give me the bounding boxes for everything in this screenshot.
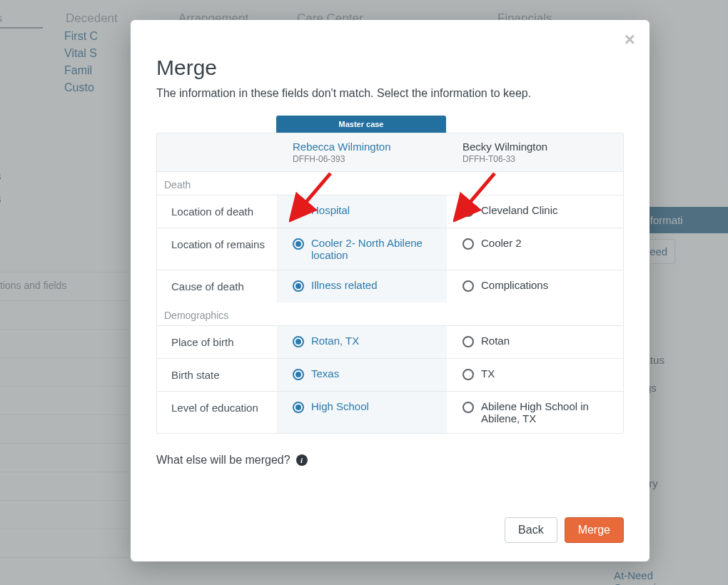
- option-text: TX: [481, 367, 495, 380]
- radio-icon: [293, 336, 304, 347]
- row-label: Place of birth: [157, 326, 277, 358]
- merge-row: Birth stateTexasTX: [157, 358, 623, 391]
- option-other[interactable]: TX: [447, 359, 623, 391]
- modal-subtitle: The information in these fields don't ma…: [156, 87, 624, 100]
- option-master[interactable]: Illness related: [277, 270, 447, 302]
- radio-icon: [462, 402, 474, 413]
- group-header: Death: [157, 172, 623, 195]
- option-master[interactable]: Rotan, TX: [277, 326, 447, 358]
- col-name: Becky Wilmington: [462, 141, 607, 153]
- what-else-label: What else will be merged?: [156, 454, 290, 467]
- merge-grid: Rebecca Wilmington DFFH-06-393 Becky Wil…: [156, 133, 624, 434]
- option-other[interactable]: Complications: [447, 270, 623, 302]
- radio-icon: [462, 336, 474, 347]
- option-other[interactable]: Cleveland Clinic: [447, 195, 623, 228]
- option-text: High School: [311, 400, 369, 412]
- radio-icon: [462, 238, 474, 250]
- merge-modal: × Merge The information in these fields …: [131, 20, 649, 561]
- modal-footer: Back Merge: [131, 517, 649, 561]
- radio-icon: [293, 238, 304, 250]
- close-icon[interactable]: ×: [625, 30, 635, 49]
- radio-icon: [462, 280, 474, 292]
- row-label: Location of remains: [157, 228, 277, 270]
- radio-icon: [293, 280, 304, 292]
- merge-row: Location of remainsCooler 2- North Abile…: [157, 228, 623, 270]
- merge-row: Location of deathHospitalCleveland Clini…: [157, 195, 623, 228]
- radio-icon: [462, 205, 474, 217]
- row-label: Birth state: [157, 359, 277, 391]
- row-label: Level of education: [157, 392, 277, 433]
- option-other[interactable]: Abilene High School in Abilene, TX: [447, 392, 623, 433]
- option-text: Cleveland Clinic: [481, 204, 558, 216]
- col-id: DFFH-06-393: [293, 154, 431, 164]
- col-id: DFFH-T06-33: [462, 154, 607, 164]
- option-other[interactable]: Rotan: [447, 326, 623, 358]
- option-text: Cooler 2- North Abilene location: [311, 237, 434, 261]
- option-text: Complications: [481, 279, 548, 291]
- merge-row: Cause of deathIllness relatedComplicatio…: [157, 270, 623, 302]
- what-else-merged[interactable]: What else will be merged? i: [156, 454, 624, 467]
- option-master[interactable]: Hospital: [277, 195, 447, 228]
- option-text: Abilene High School in Abilene, TX: [481, 400, 610, 424]
- row-label: Cause of death: [157, 270, 277, 302]
- radio-icon: [293, 369, 304, 380]
- option-text: Illness related: [311, 279, 378, 291]
- radio-icon: [293, 402, 304, 413]
- option-text: Cooler 2: [481, 237, 522, 249]
- radio-icon: [462, 369, 474, 380]
- column-master[interactable]: Rebecca Wilmington DFFH-06-393: [277, 133, 447, 171]
- option-text: Rotan: [481, 335, 510, 347]
- merge-row: Level of educationHigh SchoolAbilene Hig…: [157, 391, 623, 433]
- column-other[interactable]: Becky Wilmington DFFH-T06-33: [447, 133, 623, 171]
- option-master[interactable]: High School: [277, 392, 447, 433]
- option-text: Rotan, TX: [311, 335, 359, 347]
- col-name: Rebecca Wilmington: [293, 141, 431, 153]
- merge-button[interactable]: Merge: [565, 517, 624, 543]
- modal-title: Merge: [156, 56, 624, 80]
- option-other[interactable]: Cooler 2: [447, 228, 623, 270]
- master-case-badge: Master case: [276, 116, 446, 133]
- option-master[interactable]: Texas: [277, 359, 447, 391]
- info-icon[interactable]: i: [296, 454, 308, 466]
- option-text: Texas: [311, 367, 339, 380]
- option-master[interactable]: Cooler 2- North Abilene location: [277, 228, 447, 270]
- grid-header-row: Rebecca Wilmington DFFH-06-393 Becky Wil…: [157, 133, 623, 172]
- row-label: Location of death: [157, 195, 277, 228]
- merge-row: Place of birthRotan, TXRotan: [157, 325, 623, 358]
- back-button[interactable]: Back: [505, 517, 557, 543]
- radio-icon: [293, 205, 304, 217]
- option-text: Hospital: [311, 204, 350, 216]
- group-header: Demographics: [157, 302, 623, 325]
